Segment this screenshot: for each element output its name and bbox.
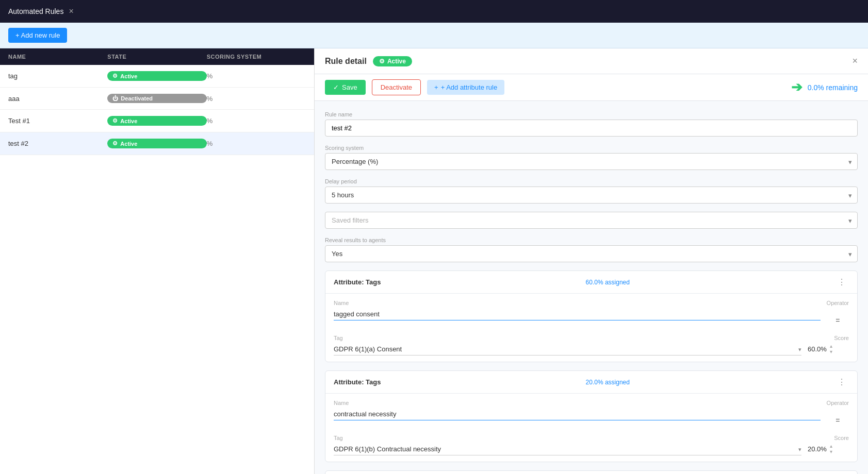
scoring-symbol: % — [207, 117, 306, 125]
attr-operator-col-1: Operator = — [827, 400, 849, 425]
arrow-right-icon: ➔ — [791, 79, 803, 95]
add-attribute-rule-button[interactable]: + + Add attribute rule — [427, 80, 504, 95]
attr-name-section-1: Name — [334, 400, 821, 425]
app-title: Automated Rules — [8, 7, 63, 15]
attr-tag-section-0: Tag GDPR 6(1)(a) Consent ▾ — [334, 335, 801, 356]
table-row[interactable]: aaa ⏻ Deactivated % — [0, 88, 314, 110]
attr-name-label-0: Name — [334, 300, 821, 306]
col-name: NAME — [8, 54, 107, 60]
col-scoring: SCORING SYSTEM — [207, 54, 306, 60]
attribute-card-body-0: Name Operator = — [325, 294, 857, 331]
attr-more-button-1[interactable]: ⋮ — [834, 376, 849, 388]
attr-score-label-1: Score — [808, 435, 849, 441]
attr-name-input-0[interactable] — [334, 308, 821, 320]
attr-tag-score-row-0: Tag GDPR 6(1)(a) Consent ▾ Score — [325, 335, 857, 362]
sub-bar: + Add new rule — [0, 23, 868, 48]
power-icon: ⏻ — [112, 95, 118, 101]
delay-period-group: Delay period 5 hours ▾ — [325, 178, 858, 204]
attr-name-label-1: Name — [334, 400, 821, 406]
save-button[interactable]: ✓ Save — [325, 80, 366, 95]
attr-tag-select-wrapper-0: GDPR 6(1)(a) Consent ▾ — [334, 343, 801, 356]
attr-assigned-1: 20.0% assigned — [586, 379, 630, 386]
attribute-card-0: Attribute: Tags 60.0% assigned ⋮ Name Op… — [325, 270, 858, 362]
delay-period-select[interactable]: 5 hours — [325, 187, 857, 203]
attr-more-button-0[interactable]: ⋮ — [834, 276, 849, 288]
score-row-0: 60.0% ▴ ▾ — [808, 343, 849, 354]
attr-tag-label-1: Tag — [334, 435, 801, 441]
state-badge: ⚙ Active — [107, 71, 206, 81]
attribute-card-2: Attribute: Tags 20.0% assigned ⋮ Name Op… — [325, 470, 858, 474]
reveal-results-select-wrapper: Yes No ▾ — [325, 245, 858, 262]
table-header: NAME STATE SCORING SYSTEM — [0, 48, 314, 65]
right-panel: Rule detail ⚙ Active × ✓ Save Deactivate… — [315, 48, 868, 474]
scoring-symbol: % — [207, 95, 306, 103]
reveal-results-label: Reveal results to agents — [325, 237, 858, 243]
attr-tag-row-1: Tag GDPR 6(1)(b) Contractual necessity ▾… — [334, 435, 849, 455]
attr-operator-label-0: Operator — [827, 300, 849, 306]
attr-tag-row-0: Tag GDPR 6(1)(a) Consent ▾ Score — [334, 335, 849, 356]
attr-tag-select-wrapper-1: GDPR 6(1)(b) Contractual necessity ▾ — [334, 443, 801, 455]
plus-icon: + — [434, 83, 438, 91]
table-row[interactable]: tag ⚙ Active % — [0, 65, 314, 88]
main-layout: NAME STATE SCORING SYSTEM tag ⚙ Active %… — [0, 48, 868, 474]
left-panel: NAME STATE SCORING SYSTEM tag ⚙ Active %… — [0, 48, 315, 474]
attr-name-input-1[interactable] — [334, 408, 821, 420]
table-row[interactable]: Test #1 ⚙ Active % — [0, 110, 314, 132]
attr-title-0: Attribute: Tags — [334, 278, 381, 286]
score-up-icon[interactable]: ▴ — [830, 343, 832, 349]
attr-tag-select-1[interactable]: GDPR 6(1)(b) Contractual necessity — [334, 443, 801, 455]
col-state: STATE — [107, 54, 206, 60]
gear-icon: ⚙ — [112, 73, 118, 79]
attribute-card-header-2: Attribute: Tags 20.0% assigned ⋮ — [325, 471, 857, 474]
attribute-card-body-1: Name Operator = — [325, 394, 857, 431]
delay-period-label: Delay period — [325, 178, 858, 184]
score-stepper-0[interactable]: ▴ ▾ — [830, 343, 832, 354]
saved-filters-group: Saved filters ▾ — [325, 212, 858, 229]
attr-title-1: Attribute: Tags — [334, 378, 381, 386]
score-down-icon[interactable]: ▾ — [830, 349, 832, 354]
top-bar-close-icon[interactable]: × — [69, 7, 73, 16]
attr-operator-val-1: = — [827, 416, 849, 425]
attr-tag-label-0: Tag — [334, 335, 801, 341]
rule-name-input[interactable] — [325, 120, 858, 137]
add-new-rule-button[interactable]: + Add new rule — [8, 28, 67, 43]
rule-detail-body: Rule name Scoring system Percentage (%) … — [315, 101, 868, 474]
attribute-card-header-0: Attribute: Tags 60.0% assigned ⋮ — [325, 271, 857, 294]
table-row[interactable]: test #2 ⚙ Active % — [0, 132, 314, 155]
attr-score-label-0: Score — [808, 335, 849, 341]
attr-tag-score-row-1: Tag GDPR 6(1)(b) Contractual necessity ▾… — [325, 435, 857, 462]
top-bar: Automated Rules × — [0, 0, 868, 23]
rule-name: aaa — [8, 95, 107, 103]
check-icon: ✓ — [333, 83, 339, 91]
attr-score-val-1: 20.0% — [808, 445, 827, 453]
gear-icon: ⚙ — [112, 140, 118, 147]
attr-score-val-0: 60.0% — [808, 345, 827, 353]
rule-detail-title: Rule detail — [325, 57, 367, 66]
attribute-card-1: Attribute: Tags 20.0% assigned ⋮ Name Op… — [325, 370, 858, 462]
rule-name: Test #1 — [8, 117, 107, 125]
score-row-1: 20.0% ▴ ▾ — [808, 443, 849, 454]
remaining-percentage: 0.0% remaining — [808, 83, 858, 92]
saved-filters-select[interactable]: Saved filters — [325, 212, 857, 228]
attr-score-col-0: Score 60.0% ▴ ▾ — [808, 335, 849, 356]
rule-name-group: Rule name — [325, 111, 858, 137]
score-down-icon[interactable]: ▾ — [830, 449, 832, 454]
rule-name: test #2 — [8, 140, 107, 147]
score-up-icon[interactable]: ▴ — [830, 443, 832, 449]
scoring-system-select[interactable]: Percentage (%) — [325, 154, 857, 170]
attr-tag-select-0[interactable]: GDPR 6(1)(a) Consent — [334, 343, 801, 355]
reveal-results-select[interactable]: Yes No — [325, 246, 857, 262]
score-stepper-1[interactable]: ▴ ▾ — [830, 443, 832, 454]
active-badge: ⚙ Active — [373, 56, 412, 66]
gear-icon: ⚙ — [379, 58, 385, 65]
rule-detail-header: Rule detail ⚙ Active × — [315, 48, 868, 74]
saved-filters-select-wrapper: Saved filters ▾ — [325, 212, 858, 229]
state-badge: ⏻ Deactivated — [107, 94, 206, 103]
rule-detail-close-icon[interactable]: × — [852, 56, 858, 66]
attr-operator-label-1: Operator — [827, 400, 849, 406]
attr-name-section-0: Name — [334, 300, 821, 325]
scoring-system-group: Scoring system Percentage (%) ▾ — [325, 145, 858, 170]
rule-name-label: Rule name — [325, 111, 858, 117]
rule-toolbar: ✓ Save Deactivate + + Add attribute rule… — [315, 74, 868, 101]
deactivate-button[interactable]: Deactivate — [372, 79, 421, 95]
